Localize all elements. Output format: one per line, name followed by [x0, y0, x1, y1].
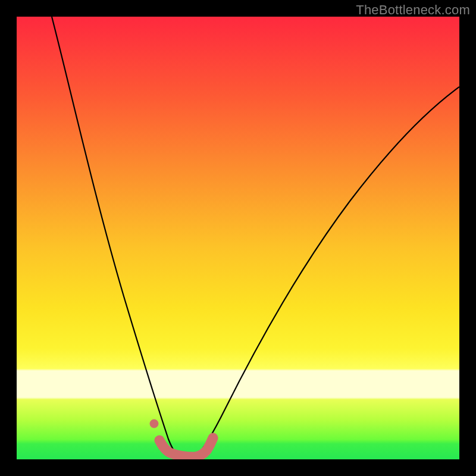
left-curve — [52, 17, 179, 457]
isolated-marker-dot — [150, 419, 158, 428]
attribution-text: TheBottleneck.com — [356, 2, 470, 18]
bottom-marker-band — [150, 419, 213, 457]
right-curve — [195, 87, 459, 457]
curve-layer — [17, 17, 459, 459]
chart-frame — [17, 17, 459, 459]
marker-arc — [159, 438, 213, 457]
